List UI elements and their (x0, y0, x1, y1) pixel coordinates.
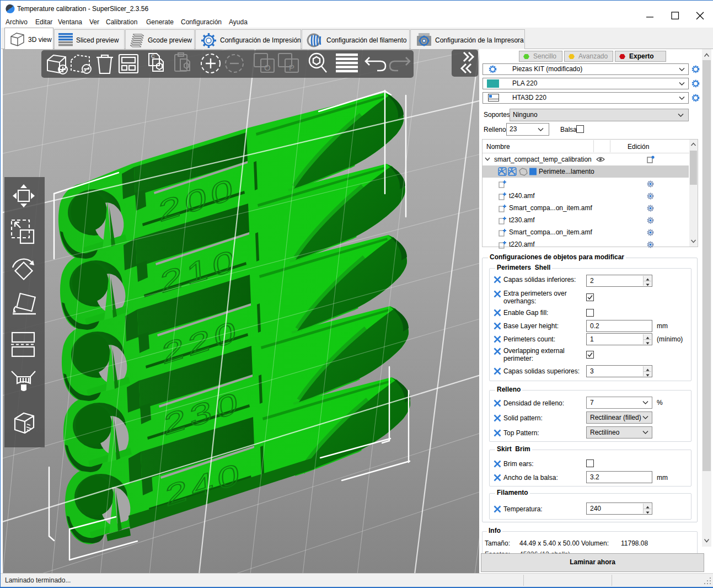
svg-text:C: C (151, 54, 155, 59)
svg-text:O: O (264, 63, 271, 72)
svg-text:P: P (289, 63, 294, 72)
